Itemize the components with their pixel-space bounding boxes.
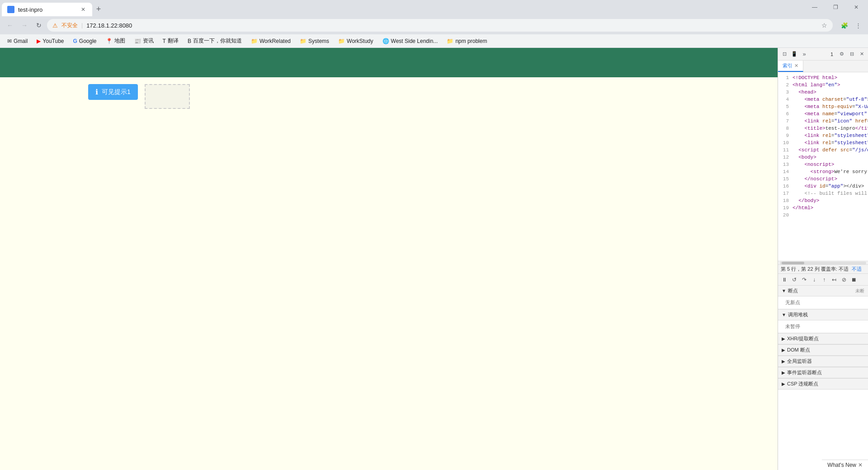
code-view[interactable]: 1 <!DOCTYPE html> 2 <html lang="en"> 3 <… xyxy=(778,72,868,261)
whats-new-bar: What's New ✕ xyxy=(822,460,868,470)
folder-icon-2: 📁 xyxy=(300,38,307,44)
bookmark-youtube[interactable]: ▶ YouTube xyxy=(33,37,67,45)
baidu-icon: B xyxy=(188,38,191,44)
new-tab-button[interactable]: + xyxy=(92,3,105,15)
devtools-status-bar: 第 5 行，第 22 列 覆盖率: 不适 不适 xyxy=(778,264,868,273)
bookmark-baidu[interactable]: B 百度一下，你就知道 xyxy=(184,36,245,46)
bookmark-google[interactable]: G Google xyxy=(70,37,100,45)
callstack-content: 未暂停 xyxy=(778,320,868,333)
code-line-8: 8 <title>test-inpro</title> xyxy=(778,125,868,132)
youtube-icon: ▶ xyxy=(37,38,41,44)
csp-arrow: ▶ xyxy=(782,381,785,386)
code-line-15: 15 </noscript> xyxy=(778,175,868,183)
breakpoints-label: 断点 xyxy=(788,287,798,294)
stop-button[interactable]: ⏹ xyxy=(849,275,859,284)
window-controls: — ❐ ✕ xyxy=(805,0,866,14)
bookmark-westside[interactable]: 🌐 West Side Lendin... xyxy=(379,37,442,45)
code-line-6: 6 <meta name="viewport" co xyxy=(778,110,868,118)
breakpoints-badge: 未断 xyxy=(855,288,864,294)
menu-button[interactable]: ⋮ xyxy=(852,19,864,32)
deactivate-button[interactable]: ⊘ xyxy=(840,275,849,284)
extensions-button[interactable]: 🧩 xyxy=(838,19,851,32)
folder-icon-4: 📁 xyxy=(447,38,453,44)
dom-section-header[interactable]: ▶ DOM 断点 xyxy=(778,344,868,356)
no-breakpoints-text: 无新点 xyxy=(785,298,861,307)
pause-button[interactable]: ⏸ xyxy=(780,275,789,284)
xhr-section-header[interactable]: ▶ XHR/提取断点 xyxy=(778,333,868,344)
bookmark-gmail[interactable]: ✉ Gmail xyxy=(4,37,31,45)
bookmark-systems[interactable]: 📁 Systems xyxy=(296,37,333,45)
breakpoints-section-header[interactable]: ▼ 断点 未断 xyxy=(778,285,868,296)
bookmarks-bar: ✉ Gmail ▶ YouTube G Google 📍 地图 📰 资讯 T 翻… xyxy=(0,34,868,48)
inspect-element-button[interactable]: ⊡ xyxy=(780,50,789,59)
csp-section-header[interactable]: ▶ CSP 违规断点 xyxy=(778,378,868,390)
tab-index-close-icon[interactable]: ✕ xyxy=(794,63,798,69)
placeholder-box xyxy=(145,84,190,109)
bookmark-workstudy[interactable]: 📁 WorkStudy xyxy=(335,37,377,45)
restore-button[interactable]: ❐ xyxy=(826,0,845,14)
folder-icon-3: 📁 xyxy=(338,38,345,44)
hscroll-track xyxy=(780,262,866,264)
bookmark-npm[interactable]: 📁 npm problem xyxy=(443,37,491,45)
app-header xyxy=(0,48,778,77)
refresh-button[interactable]: ↻ xyxy=(33,19,45,32)
tab-close-icon[interactable]: ✕ xyxy=(80,6,87,13)
bookmark-workrelated[interactable]: 📁 WorkRelated xyxy=(247,37,294,45)
step-out-button[interactable]: ↑ xyxy=(820,275,829,284)
browser-chrome: test-inpro ✕ + — ❐ ✕ ← → ↻ ⚠ 不安全 | 172.1… xyxy=(0,0,868,48)
whats-new-label[interactable]: What's New xyxy=(827,462,856,468)
code-line-9: 9 <link rel="stylesheet" h xyxy=(778,132,868,139)
browser-tab[interactable]: test-inpro ✕ xyxy=(2,3,92,16)
csp-label: CSP 违规断点 xyxy=(787,381,818,387)
device-toggle-button[interactable]: 📱 xyxy=(790,50,799,59)
breakpoints-content: 无新点 xyxy=(778,296,868,309)
dock-button[interactable]: ⊟ xyxy=(847,50,856,59)
code-line-2: 2 <html lang="en"> xyxy=(778,81,868,89)
devtools-horizontal-scrollbar[interactable] xyxy=(778,261,868,264)
bookmark-translate[interactable]: T 翻译 xyxy=(159,36,182,46)
tab-bar: test-inpro ✕ + — ❐ ✕ xyxy=(0,0,868,16)
event-listeners-label: 事件监听器断点 xyxy=(787,369,822,376)
coverage-link[interactable]: 不适 xyxy=(852,266,862,272)
tooltip-button-label: 可见提示1 xyxy=(102,88,131,96)
devtools-close-button[interactable]: ✕ xyxy=(857,50,866,59)
devtools-settings-button[interactable]: ⚙ xyxy=(837,50,846,59)
gmail-icon: ✉ xyxy=(7,38,12,44)
dom-arrow: ▶ xyxy=(782,348,785,352)
news-icon: 📰 xyxy=(134,38,141,44)
step-over-button[interactable]: ↷ xyxy=(800,275,809,284)
whats-new-close-icon[interactable]: ✕ xyxy=(858,462,863,468)
bookmark-icon[interactable]: ☆ xyxy=(821,22,827,29)
step-back-button[interactable]: ↤ xyxy=(830,275,839,284)
main-area: ℹ 可见提示1 ⊡ 📱 » 1 ⚙ ⊟ ✕ 索引 ✕ 1 xyxy=(0,48,868,470)
global-listeners-section-header[interactable]: ▶ 全局监听器 xyxy=(778,356,868,367)
breakpoints-arrow: ▼ xyxy=(782,288,786,293)
tab-title: test-inpro xyxy=(18,6,76,13)
minimize-button[interactable]: — xyxy=(805,0,825,14)
code-line-7: 7 <link rel="icon" href="/ xyxy=(778,118,868,125)
dom-label: DOM 断点 xyxy=(787,347,810,353)
security-warning-icon: ⚠ xyxy=(52,22,58,29)
forward-button[interactable]: → xyxy=(18,19,31,32)
back-button[interactable]: ← xyxy=(4,19,16,32)
hscroll-thumb[interactable] xyxy=(782,262,804,264)
more-tools-button[interactable]: » xyxy=(800,50,809,59)
code-line-19: 19 </html> xyxy=(778,204,868,212)
code-line-3: 3 <head> xyxy=(778,89,868,96)
address-input-wrap[interactable]: ⚠ 不安全 | 172.18.1.22:8080 ☆ xyxy=(47,19,833,32)
bookmark-maps[interactable]: 📍 地图 xyxy=(102,36,129,46)
address-bar: ← → ↻ ⚠ 不安全 | 172.18.1.22:8080 ☆ 🧩 ⋮ xyxy=(0,16,868,34)
tooltip-button[interactable]: ℹ 可见提示1 xyxy=(88,84,138,100)
callstack-section-header[interactable]: ▼ 调用堆栈 xyxy=(778,309,868,320)
tab-index[interactable]: 索引 ✕ xyxy=(778,61,803,72)
panel-count-badge: 1 xyxy=(827,50,836,59)
devtools-tabs: 索引 ✕ xyxy=(778,61,868,72)
callstack-label: 调用堆栈 xyxy=(788,311,808,318)
code-line-11: 11 <script defer src="/js/chu xyxy=(778,146,868,154)
event-listeners-section-header[interactable]: ▶ 事件监听器断点 xyxy=(778,367,868,378)
step-into-button[interactable]: ↓ xyxy=(810,275,819,284)
resume-button[interactable]: ↺ xyxy=(790,275,799,284)
close-button[interactable]: ✕ xyxy=(846,0,866,14)
event-listeners-arrow: ▶ xyxy=(782,370,785,375)
bookmark-news[interactable]: 📰 资讯 xyxy=(131,36,157,46)
